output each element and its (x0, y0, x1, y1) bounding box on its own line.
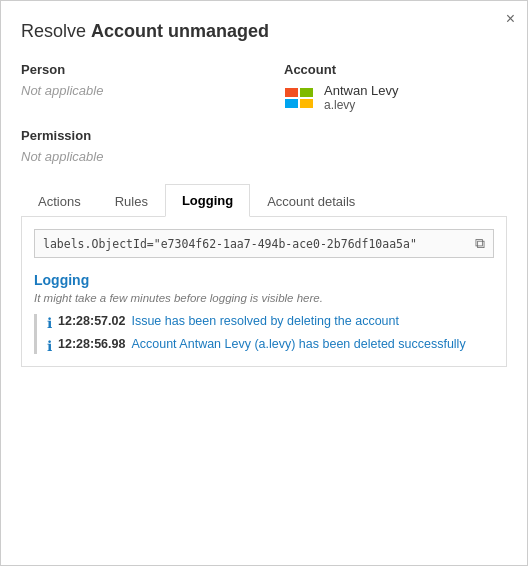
tab-account-details[interactable]: Account details (250, 184, 372, 217)
tab-bar: Actions Rules Logging Account details (21, 184, 507, 217)
query-text: labels.ObjectId="e7304f62-1aa7-494b-ace0… (43, 237, 469, 251)
log-time-2: 12:28:56.98 (58, 337, 125, 351)
svg-rect-3 (300, 99, 313, 108)
tab-actions[interactable]: Actions (21, 184, 98, 217)
log-message-1: Issue has been resolved by deleting the … (131, 314, 399, 328)
logging-subtitle: It might take a few minutes before loggi… (34, 292, 494, 304)
svg-rect-1 (300, 88, 313, 97)
log-entries: ℹ 12:28:57.02 Issue has been resolved by… (34, 314, 494, 354)
log-time-1: 12:28:57.02 (58, 314, 125, 328)
fields-row: Person Not applicable Account Antwan Lev… (21, 62, 507, 112)
account-label: Account (284, 62, 507, 77)
account-username: a.levy (324, 98, 398, 112)
info-icon-1: ℹ (47, 315, 52, 331)
account-name-group: Antwan Levy a.levy (324, 83, 398, 112)
logging-section-title: Logging (34, 272, 494, 288)
person-value: Not applicable (21, 83, 244, 98)
account-field: Account Antwan Levy a.levy (284, 62, 507, 112)
log-entry: ℹ 12:28:57.02 Issue has been resolved by… (47, 314, 494, 331)
tab-content-logging: labels.ObjectId="e7304f62-1aa7-494b-ace0… (21, 217, 507, 367)
close-button[interactable]: × (506, 11, 515, 27)
account-value: Antwan Levy a.levy (284, 83, 507, 112)
modal-container: × Resolve Account unmanaged Person Not a… (0, 0, 528, 566)
log-message-2: Account Antwan Levy (a.levy) has been de… (131, 337, 465, 351)
person-field: Person Not applicable (21, 62, 244, 112)
copy-icon[interactable]: ⧉ (475, 235, 485, 252)
log-entry: ℹ 12:28:56.98 Account Antwan Levy (a.lev… (47, 337, 494, 354)
permission-value: Not applicable (21, 149, 507, 164)
svg-rect-2 (285, 99, 298, 108)
permission-label: Permission (21, 128, 507, 143)
svg-rect-0 (285, 88, 298, 97)
account-fullname: Antwan Levy (324, 83, 398, 98)
modal-title: Resolve Account unmanaged (21, 21, 507, 42)
tab-rules[interactable]: Rules (98, 184, 165, 217)
info-icon-2: ℹ (47, 338, 52, 354)
permission-section: Permission Not applicable (21, 128, 507, 164)
tab-logging[interactable]: Logging (165, 184, 250, 217)
person-label: Person (21, 62, 244, 77)
azure-ad-icon (284, 87, 316, 109)
query-bar: labels.ObjectId="e7304f62-1aa7-494b-ace0… (34, 229, 494, 258)
